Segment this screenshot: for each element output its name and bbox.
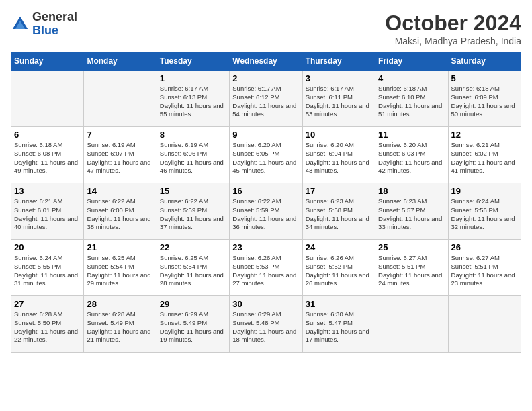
calendar-cell: 18Sunrise: 6:23 AM Sunset: 5:57 PM Dayli… <box>375 183 448 240</box>
day-info: Sunrise: 6:26 AM Sunset: 5:53 PM Dayligh… <box>232 254 299 288</box>
day-info: Sunrise: 6:22 AM Sunset: 5:59 PM Dayligh… <box>232 197 299 232</box>
day-number: 31 <box>306 299 372 309</box>
calendar-cell: 23Sunrise: 6:26 AM Sunset: 5:53 PM Dayli… <box>230 240 302 296</box>
day-info: Sunrise: 6:18 AM Sunset: 6:08 PM Dayligh… <box>14 141 81 175</box>
calendar-week-row: 20Sunrise: 6:24 AM Sunset: 5:55 PM Dayli… <box>11 240 521 296</box>
day-number: 1 <box>160 73 226 83</box>
col-friday: Friday <box>375 52 448 71</box>
day-info: Sunrise: 6:23 AM Sunset: 5:57 PM Dayligh… <box>378 197 445 232</box>
day-number: 4 <box>378 73 445 83</box>
month-title: October 2024 <box>385 11 521 36</box>
calendar-cell <box>84 71 157 127</box>
calendar-week-row: 1Sunrise: 6:17 AM Sunset: 6:13 PM Daylig… <box>11 71 521 127</box>
day-number: 21 <box>87 242 153 253</box>
day-info: Sunrise: 6:20 AM Sunset: 6:04 PM Dayligh… <box>306 141 372 175</box>
day-info: Sunrise: 6:20 AM Sunset: 6:05 PM Dayligh… <box>232 141 299 175</box>
calendar-cell: 29Sunrise: 6:29 AM Sunset: 5:49 PM Dayli… <box>157 296 229 353</box>
day-number: 30 <box>232 299 299 309</box>
day-number: 9 <box>232 130 299 140</box>
day-info: Sunrise: 6:18 AM Sunset: 6:09 PM Dayligh… <box>451 85 518 119</box>
calendar-cell: 2Sunrise: 6:17 AM Sunset: 6:12 PM Daylig… <box>230 71 302 127</box>
day-number: 22 <box>160 242 226 253</box>
day-number: 26 <box>451 242 518 253</box>
calendar-cell <box>448 296 521 353</box>
day-number: 29 <box>160 299 226 309</box>
calendar-cell: 28Sunrise: 6:28 AM Sunset: 5:49 PM Dayli… <box>84 296 157 353</box>
col-tuesday: Tuesday <box>157 52 229 71</box>
calendar-cell <box>375 296 448 353</box>
day-info: Sunrise: 6:28 AM Sunset: 5:50 PM Dayligh… <box>14 310 81 345</box>
day-info: Sunrise: 6:24 AM Sunset: 5:55 PM Dayligh… <box>14 254 81 288</box>
day-info: Sunrise: 6:17 AM Sunset: 6:12 PM Dayligh… <box>232 85 299 119</box>
calendar-cell: 24Sunrise: 6:26 AM Sunset: 5:52 PM Dayli… <box>302 240 375 296</box>
day-number: 19 <box>451 186 518 196</box>
day-info: Sunrise: 6:17 AM Sunset: 6:11 PM Dayligh… <box>306 85 372 119</box>
calendar-week-row: 13Sunrise: 6:21 AM Sunset: 6:01 PM Dayli… <box>11 183 521 240</box>
calendar-cell: 8Sunrise: 6:19 AM Sunset: 6:06 PM Daylig… <box>157 127 229 183</box>
calendar-cell: 6Sunrise: 6:18 AM Sunset: 6:08 PM Daylig… <box>11 127 84 183</box>
day-info: Sunrise: 6:21 AM Sunset: 6:01 PM Dayligh… <box>14 197 81 232</box>
calendar-header-row: Sunday Monday Tuesday Wednesday Thursday… <box>11 52 521 71</box>
day-number: 25 <box>378 242 445 253</box>
day-number: 16 <box>232 186 299 196</box>
day-number: 23 <box>232 242 299 253</box>
calendar-cell: 1Sunrise: 6:17 AM Sunset: 6:13 PM Daylig… <box>157 71 229 127</box>
day-info: Sunrise: 6:24 AM Sunset: 5:56 PM Dayligh… <box>451 197 518 232</box>
day-number: 12 <box>451 130 518 140</box>
day-number: 24 <box>306 242 372 253</box>
calendar-table: Sunday Monday Tuesday Wednesday Thursday… <box>11 52 521 353</box>
calendar-cell: 25Sunrise: 6:27 AM Sunset: 5:51 PM Dayli… <box>375 240 448 296</box>
logo-icon <box>11 15 30 34</box>
calendar-cell: 26Sunrise: 6:27 AM Sunset: 5:51 PM Dayli… <box>448 240 521 296</box>
day-number: 14 <box>87 186 153 196</box>
day-number: 8 <box>160 130 226 140</box>
day-number: 27 <box>14 299 81 309</box>
day-number: 6 <box>14 130 81 140</box>
day-info: Sunrise: 6:22 AM Sunset: 6:00 PM Dayligh… <box>87 197 153 232</box>
day-number: 2 <box>232 73 299 83</box>
calendar-cell: 5Sunrise: 6:18 AM Sunset: 6:09 PM Daylig… <box>448 71 521 127</box>
page-header: General Blue October 2024 Maksi, Madhya … <box>11 11 521 46</box>
col-saturday: Saturday <box>448 52 521 71</box>
calendar-week-row: 6Sunrise: 6:18 AM Sunset: 6:08 PM Daylig… <box>11 127 521 183</box>
day-info: Sunrise: 6:30 AM Sunset: 5:47 PM Dayligh… <box>306 310 372 345</box>
day-number: 20 <box>14 242 81 253</box>
col-wednesday: Wednesday <box>230 52 302 71</box>
day-number: 13 <box>14 186 81 196</box>
day-info: Sunrise: 6:20 AM Sunset: 6:03 PM Dayligh… <box>378 141 445 175</box>
day-number: 18 <box>378 186 445 196</box>
calendar-week-row: 27Sunrise: 6:28 AM Sunset: 5:50 PM Dayli… <box>11 296 521 353</box>
calendar-cell: 10Sunrise: 6:20 AM Sunset: 6:04 PM Dayli… <box>302 127 375 183</box>
calendar-cell: 15Sunrise: 6:22 AM Sunset: 5:59 PM Dayli… <box>157 183 229 240</box>
day-info: Sunrise: 6:28 AM Sunset: 5:49 PM Dayligh… <box>87 310 153 345</box>
calendar-cell: 16Sunrise: 6:22 AM Sunset: 5:59 PM Dayli… <box>230 183 302 240</box>
col-monday: Monday <box>84 52 157 71</box>
calendar-cell: 3Sunrise: 6:17 AM Sunset: 6:11 PM Daylig… <box>302 71 375 127</box>
col-sunday: Sunday <box>11 52 84 71</box>
calendar-cell: 21Sunrise: 6:25 AM Sunset: 5:54 PM Dayli… <box>84 240 157 296</box>
day-info: Sunrise: 6:27 AM Sunset: 5:51 PM Dayligh… <box>378 254 445 288</box>
day-number: 7 <box>87 130 153 140</box>
day-number: 10 <box>306 130 372 140</box>
day-number: 3 <box>306 73 372 83</box>
day-info: Sunrise: 6:26 AM Sunset: 5:52 PM Dayligh… <box>306 254 372 288</box>
calendar-cell: 20Sunrise: 6:24 AM Sunset: 5:55 PM Dayli… <box>11 240 84 296</box>
calendar-cell: 13Sunrise: 6:21 AM Sunset: 6:01 PM Dayli… <box>11 183 84 240</box>
day-number: 5 <box>451 73 518 83</box>
calendar-cell: 19Sunrise: 6:24 AM Sunset: 5:56 PM Dayli… <box>448 183 521 240</box>
day-number: 17 <box>306 186 372 196</box>
calendar-cell: 30Sunrise: 6:29 AM Sunset: 5:48 PM Dayli… <box>230 296 302 353</box>
calendar-cell: 22Sunrise: 6:25 AM Sunset: 5:54 PM Dayli… <box>157 240 229 296</box>
day-number: 15 <box>160 186 226 196</box>
day-info: Sunrise: 6:25 AM Sunset: 5:54 PM Dayligh… <box>87 254 153 288</box>
day-info: Sunrise: 6:21 AM Sunset: 6:02 PM Dayligh… <box>451 141 518 175</box>
calendar-cell: 12Sunrise: 6:21 AM Sunset: 6:02 PM Dayli… <box>448 127 521 183</box>
day-info: Sunrise: 6:18 AM Sunset: 6:10 PM Dayligh… <box>378 85 445 119</box>
day-info: Sunrise: 6:29 AM Sunset: 5:48 PM Dayligh… <box>232 310 299 345</box>
day-info: Sunrise: 6:25 AM Sunset: 5:54 PM Dayligh… <box>160 254 226 288</box>
day-info: Sunrise: 6:27 AM Sunset: 5:51 PM Dayligh… <box>451 254 518 288</box>
location-subtitle: Maksi, Madhya Pradesh, India <box>385 36 521 46</box>
day-number: 28 <box>87 299 153 309</box>
day-info: Sunrise: 6:19 AM Sunset: 6:06 PM Dayligh… <box>160 141 226 175</box>
title-block: October 2024 Maksi, Madhya Pradesh, Indi… <box>385 11 521 46</box>
